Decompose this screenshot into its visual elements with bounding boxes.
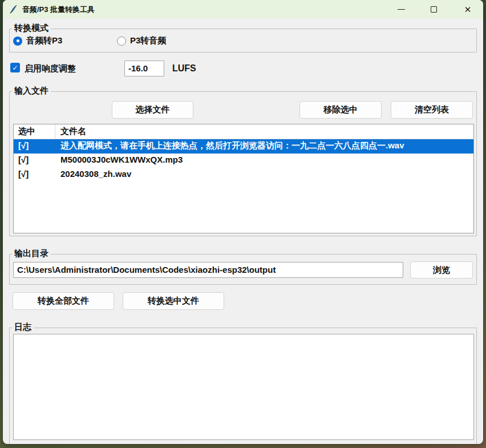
- mode-groupbox: 转换模式 音频转P3 P3转音频: [9, 29, 477, 53]
- table-row[interactable]: [√] M500003J0cWK1WWxQX.mp3: [14, 154, 473, 168]
- radio-p3-to-audio-label: P3转音频: [130, 35, 166, 46]
- maximize-icon: [431, 6, 437, 13]
- row-filename-cell: 进入配网模式，请在手机上连接热点，然后打开浏览器访问：一九二点一六八点四点一.w…: [60, 140, 404, 151]
- select-files-button[interactable]: 选择文件: [112, 101, 193, 119]
- row-filename-cell: M500003J0cWK1WWxQX.mp3: [60, 155, 183, 164]
- radio-selected-icon: [13, 37, 22, 46]
- mode-group-label: 转换模式: [12, 23, 51, 34]
- app-feather-icon: [9, 5, 18, 14]
- loudness-checkbox-label[interactable]: 启用响度调整: [25, 63, 76, 74]
- browse-button[interactable]: 浏览: [410, 261, 473, 279]
- radio-audio-to-p3[interactable]: 音频转P3: [13, 35, 62, 46]
- titlebar[interactable]: 音频/P3 批量转换工具 ✕: [3, 0, 483, 19]
- convert-all-button[interactable]: 转换全部文件: [13, 292, 114, 310]
- loudness-checkbox[interactable]: ✓: [10, 63, 20, 72]
- output-group-label: 输出目录: [12, 248, 51, 259]
- column-header-checked[interactable]: 选中: [18, 126, 35, 137]
- lufs-value-input[interactable]: -16.0: [124, 60, 164, 76]
- file-list-table[interactable]: 选中 文件名 [√] 进入配网模式，请在手机上连接热点，然后打开浏览器访问：一九…: [13, 124, 474, 233]
- output-path-input[interactable]: C:\Users\Administrator\Documents\Codes\x…: [13, 262, 403, 278]
- checkmark-icon: ✓: [12, 64, 18, 72]
- row-checked-cell: [√]: [18, 155, 29, 164]
- clear-list-button[interactable]: 清空列表: [391, 101, 473, 119]
- input-files-groupbox: 输入文件 选择文件 移除选中 清空列表 选中 文件名 [√] 进入配网模式，请在…: [9, 91, 477, 236]
- table-row[interactable]: [√] 20240308_zh.wav: [14, 168, 473, 182]
- minimize-icon: [398, 9, 405, 10]
- radio-audio-to-p3-label: 音频转P3: [26, 35, 62, 46]
- log-textarea[interactable]: [13, 334, 474, 440]
- row-filename-cell: 20240308_zh.wav: [60, 169, 131, 179]
- window-title: 音频/P3 批量转换工具: [22, 5, 95, 15]
- log-group-label: 日志: [12, 322, 34, 333]
- convert-selected-button[interactable]: 转换选中文件: [123, 292, 224, 310]
- close-button[interactable]: ✕: [458, 0, 477, 19]
- row-checked-cell: [√]: [18, 140, 29, 150]
- output-dir-groupbox: 输出目录 C:\Users\Administrator\Documents\Co…: [9, 254, 477, 285]
- maximize-button[interactable]: [424, 0, 443, 19]
- lufs-unit-label: LUFS: [172, 63, 196, 74]
- table-row[interactable]: [√] 进入配网模式，请在手机上连接热点，然后打开浏览器访问：一九二点一六八点四…: [14, 139, 473, 154]
- input-group-label: 输入文件: [12, 86, 51, 96]
- remove-selected-button[interactable]: 移除选中: [299, 101, 382, 119]
- minimize-button[interactable]: [391, 0, 411, 19]
- column-header-filename[interactable]: 文件名: [60, 126, 86, 137]
- close-icon: ✕: [464, 5, 472, 14]
- log-groupbox: 日志: [9, 328, 477, 444]
- column-divider: [55, 124, 55, 139]
- file-list-header[interactable]: 选中 文件名: [14, 124, 473, 139]
- desktop-background: 音频/P3 批量转换工具 ✕ 转换模式 音频转P3 P3转音频: [0, 0, 486, 448]
- row-checked-cell: [√]: [18, 169, 29, 179]
- app-window: 音频/P3 批量转换工具 ✕ 转换模式 音频转P3 P3转音频: [3, 0, 483, 444]
- radio-p3-to-audio[interactable]: P3转音频: [117, 35, 166, 46]
- radio-unselected-icon: [117, 37, 126, 46]
